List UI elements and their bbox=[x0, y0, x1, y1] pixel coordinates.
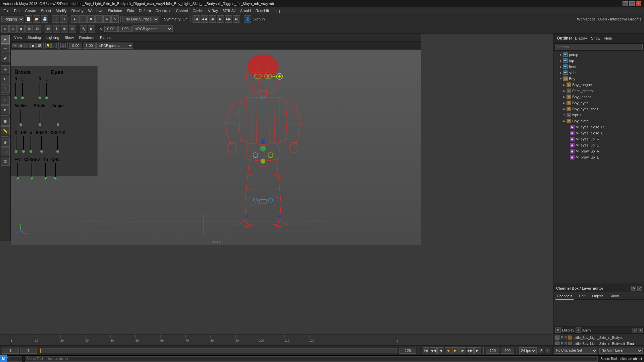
outliner-item-bip01[interactable]: ▼ ○ bip01 bbox=[554, 112, 644, 118]
outliner-item-m-eyes-up-l[interactable]: ▣ M_eyes_up_L bbox=[554, 142, 644, 148]
brows-r-track[interactable] bbox=[15, 83, 16, 100]
scale-tool-button[interactable]: ⤡ bbox=[111, 15, 119, 23]
outliner-help-menu[interactable]: Help bbox=[604, 36, 612, 40]
select-mode-btn[interactable]: ◇ bbox=[9, 25, 17, 33]
anim-end2-input[interactable] bbox=[501, 348, 514, 354]
anger-track[interactable] bbox=[58, 110, 58, 126]
layer-row-1[interactable]: V P R Little_Boy_Light_Skin_in_Bodysu bbox=[554, 335, 644, 341]
scale-tool[interactable]: ⤡ bbox=[1, 84, 10, 93]
play-fwd-btn[interactable]: ▶ bbox=[452, 347, 459, 354]
smiles-track[interactable] bbox=[20, 110, 21, 126]
menu-constrain[interactable]: Constrain bbox=[154, 7, 173, 14]
rotate-tool-button[interactable]: ↻ bbox=[103, 15, 111, 23]
paint-select-button[interactable]: ⬢ bbox=[87, 15, 95, 23]
outliner-item-boy-tongue[interactable]: ▶ ⬡ Boy_tongue bbox=[554, 82, 644, 88]
outliner-item-boy[interactable]: ▼ ⬡ Boy bbox=[554, 76, 644, 82]
viewport-canvas[interactable]: Brows Eyes R L bbox=[11, 50, 421, 245]
brows-l-track[interactable] bbox=[22, 83, 23, 100]
brows-r-handle[interactable] bbox=[14, 96, 17, 100]
outliner-item-face-control[interactable]: ▶ ○ Face_control bbox=[554, 88, 644, 94]
snap-point-btn[interactable]: ⊕ bbox=[61, 25, 68, 33]
goto-end-btn[interactable]: ▶| bbox=[474, 347, 481, 354]
phoneme-qw-handle[interactable] bbox=[54, 177, 57, 180]
show-manip-tool[interactable]: ⊕ bbox=[1, 138, 10, 147]
outliner-item-boy-cloth[interactable]: ▶ ⬡ Boy_cloth bbox=[554, 118, 644, 124]
outliner-item-persp[interactable]: ▶ 📷 persp bbox=[554, 52, 644, 58]
lasso-tool[interactable]: ⌀ bbox=[1, 105, 10, 114]
outliner-item-boy-lashes[interactable]: ▶ ⬡ Boy_lashes bbox=[554, 94, 644, 100]
cb-settings-btn[interactable]: ⚙ bbox=[631, 286, 636, 291]
phoneme-dstz-track[interactable] bbox=[57, 136, 58, 153]
phoneme-fv-track[interactable] bbox=[17, 163, 18, 180]
gamma-input1[interactable] bbox=[104, 26, 118, 32]
menu-cache[interactable]: Cache bbox=[191, 7, 205, 14]
play-back-tb[interactable]: ◀ bbox=[209, 15, 216, 23]
sign-in-button[interactable]: 👤 bbox=[244, 15, 251, 23]
end-frame-input[interactable] bbox=[399, 348, 416, 354]
vp-tb-smooth[interactable]: ◼ bbox=[30, 43, 36, 48]
eyes-r-track[interactable] bbox=[40, 83, 40, 100]
outliner-item-front[interactable]: ▶ 📷 front bbox=[554, 64, 644, 70]
phoneme-qw-track[interactable] bbox=[55, 163, 56, 180]
edge-select-btn[interactable]: ⊞ bbox=[25, 25, 33, 33]
menu-edit[interactable]: Edit bbox=[12, 7, 22, 14]
phoneme-u-handle[interactable] bbox=[29, 150, 33, 153]
outliner-search-input[interactable] bbox=[555, 44, 643, 50]
goto-end-tb[interactable]: ▶| bbox=[233, 15, 240, 23]
goto-start-btn[interactable]: |◀ bbox=[423, 347, 429, 354]
phoneme-bmp-track[interactable] bbox=[41, 136, 42, 153]
le-options-btn[interactable]: ≡ bbox=[638, 328, 643, 333]
anim-end-input[interactable] bbox=[486, 348, 499, 354]
phoneme-chshj-track[interactable] bbox=[32, 163, 32, 180]
vp-show-menu[interactable]: Show bbox=[63, 36, 75, 40]
vp-gamma-a[interactable] bbox=[69, 43, 82, 49]
le-display-btn[interactable]: D bbox=[555, 327, 561, 333]
anger-handle[interactable] bbox=[56, 123, 60, 126]
menu-3dtoall[interactable]: 3DToAll bbox=[221, 7, 237, 14]
timeline-ruler[interactable]: 1 10 20 30 40 50 60 70 80 90 100 110 120 bbox=[0, 335, 552, 345]
smiles-handle[interactable] bbox=[19, 123, 22, 126]
menu-create[interactable]: Create bbox=[23, 7, 38, 14]
phoneme-th-handle[interactable] bbox=[44, 177, 47, 180]
tab-channels[interactable]: Channels bbox=[555, 292, 574, 300]
phoneme-u-track[interactable] bbox=[31, 136, 31, 153]
vp-tb-grid[interactable]: ⊞ bbox=[18, 43, 23, 48]
frame-range-slider[interactable] bbox=[40, 348, 397, 353]
le-add-btn[interactable]: + bbox=[632, 328, 637, 333]
menu-control[interactable]: Control bbox=[174, 7, 190, 14]
fright-handle[interactable] bbox=[38, 123, 42, 126]
le-anim-btn[interactable]: A bbox=[576, 327, 581, 333]
vp-tb-light[interactable]: 💡 bbox=[45, 43, 51, 48]
eyes-l-track[interactable] bbox=[46, 83, 47, 100]
vp-gamma-b[interactable] bbox=[83, 43, 96, 49]
vp-tb-texture[interactable]: 🖼 bbox=[36, 43, 42, 48]
menu-skin[interactable]: Skin bbox=[125, 7, 136, 14]
vp-tb-xray[interactable]: X bbox=[60, 43, 66, 48]
colorspace-dropdown[interactable]: sRGB gamma bbox=[132, 25, 173, 32]
outliner-item-boy-eyes-shell[interactable]: ▶ ⬡ Boy_eyes_shell bbox=[554, 106, 644, 112]
cb-pin-btn[interactable]: 📌 bbox=[637, 286, 642, 291]
save-file-button[interactable]: 💾 bbox=[41, 15, 48, 23]
vertex-select-btn[interactable]: ◆ bbox=[17, 25, 25, 33]
transform-btn[interactable]: ⊕ bbox=[1, 25, 9, 33]
menu-modify[interactable]: Modify bbox=[54, 7, 68, 14]
phoneme-dstz-handle[interactable] bbox=[56, 150, 59, 153]
phoneme-fv-handle[interactable] bbox=[16, 177, 19, 180]
menu-vray[interactable]: V-Ray bbox=[206, 7, 220, 14]
prev-frame-btn[interactable]: ◀ bbox=[437, 347, 444, 354]
layout-btn[interactable]: ⊞ bbox=[1, 147, 10, 156]
next-frame-btn[interactable]: ▶ bbox=[460, 347, 466, 354]
step-fwd-tb[interactable]: ▶▶ bbox=[225, 15, 232, 23]
outliner-show-menu[interactable]: Show bbox=[591, 36, 600, 40]
phoneme-o-track[interactable] bbox=[16, 136, 16, 153]
sculpt-tool[interactable]: 🖌 bbox=[1, 54, 10, 62]
fright-track[interactable] bbox=[40, 110, 40, 126]
phoneme-o-handle[interactable] bbox=[14, 150, 18, 153]
menu-file[interactable]: File bbox=[1, 7, 11, 14]
current-frame-input[interactable] bbox=[20, 348, 37, 354]
quick-layout-btn[interactable]: ⊡ bbox=[1, 157, 10, 166]
no-character-set-dropdown[interactable]: No Character Set bbox=[554, 348, 597, 354]
tab-show[interactable]: Show bbox=[608, 292, 620, 300]
measure-tool[interactable]: 📏 bbox=[1, 126, 10, 135]
menu-select[interactable]: Select bbox=[39, 7, 53, 14]
